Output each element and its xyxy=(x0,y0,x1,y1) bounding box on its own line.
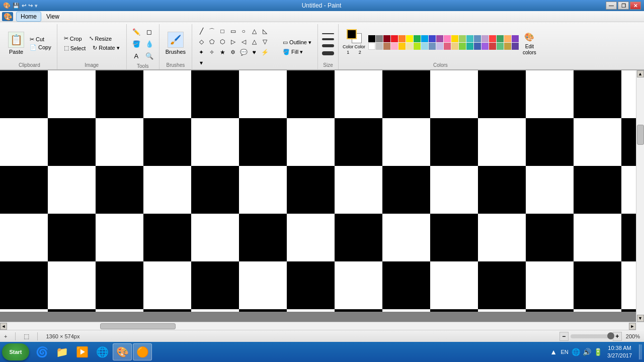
swatch-black[interactable] xyxy=(368,35,375,42)
swatch-lime[interactable] xyxy=(459,35,466,42)
swatch-light-blue[interactable] xyxy=(421,43,428,50)
maximize-button[interactable]: ❐ xyxy=(618,2,629,10)
scroll-right-button[interactable]: ► xyxy=(629,323,636,330)
add-tab-button[interactable]: + xyxy=(4,333,7,339)
swatch-pink[interactable] xyxy=(391,43,398,50)
scroll-down-button[interactable]: ▼ xyxy=(637,315,644,322)
shape-down-arrow[interactable]: ▽ xyxy=(260,37,270,47)
swatch-brown[interactable] xyxy=(383,43,390,50)
fill-button[interactable]: 🪣 Fill ▾ xyxy=(281,48,313,56)
size-line-3[interactable] xyxy=(322,44,334,47)
start-button[interactable]: Start xyxy=(2,343,29,360)
swatch-white[interactable] xyxy=(368,43,375,50)
size-line-2[interactable] xyxy=(322,38,334,40)
shape-up-arrow[interactable]: △ xyxy=(249,37,259,47)
swatch-lightgray[interactable] xyxy=(376,43,383,50)
shape-pentagon[interactable]: ⬠ xyxy=(207,37,217,47)
size-line-4[interactable] xyxy=(322,51,334,55)
swatch-r6[interactable] xyxy=(474,43,481,50)
shape-left-arrow[interactable]: ◁ xyxy=(238,37,249,47)
swatch-yellow-green[interactable] xyxy=(414,43,421,50)
shape-callout[interactable]: 💬 xyxy=(238,47,249,57)
zoom-thumb[interactable] xyxy=(607,332,614,339)
minimize-button[interactable]: — xyxy=(606,2,617,10)
resize-button[interactable]: ⤡ Resize xyxy=(87,34,115,43)
scroll-left-button[interactable]: ◄ xyxy=(0,323,7,330)
taskbar-app2-active[interactable]: 🟠 xyxy=(133,343,152,360)
tray-battery[interactable]: 🔋 xyxy=(593,347,602,356)
swatch-teal[interactable] xyxy=(497,35,504,42)
color-front[interactable] xyxy=(347,29,357,39)
shape-4arrow[interactable]: ✦ xyxy=(196,47,206,57)
brushes-button[interactable]: 🖌️ Brushes xyxy=(164,31,188,56)
swatch-purple[interactable] xyxy=(436,35,443,42)
shape-lightning[interactable]: ⚡ xyxy=(260,47,270,57)
shape-heart[interactable]: ♥ xyxy=(249,47,259,57)
color-picker-tool[interactable]: 💧 xyxy=(144,38,155,49)
swatch-r11[interactable] xyxy=(512,43,519,50)
shape-triangle[interactable]: △ xyxy=(249,26,259,36)
taskbar-media[interactable]: ▶️ xyxy=(72,343,92,360)
swatch-gold[interactable] xyxy=(451,35,458,42)
swatch-aqua[interactable] xyxy=(466,35,473,42)
main-canvas[interactable] xyxy=(0,70,636,312)
swatch-violet[interactable] xyxy=(512,35,519,42)
shape-star6[interactable]: ✡ xyxy=(228,47,238,57)
swatch-r5[interactable] xyxy=(466,43,473,50)
swatch-steel-blue[interactable] xyxy=(429,43,436,50)
shape-rect[interactable]: □ xyxy=(217,26,227,36)
size-line-1[interactable] xyxy=(322,33,334,34)
swatch-yellow[interactable] xyxy=(406,35,413,42)
swatch-gray[interactable] xyxy=(376,35,383,42)
swatch-orange[interactable] xyxy=(398,35,406,42)
select-button[interactable]: ⬚ Select xyxy=(61,44,89,52)
outline-button[interactable]: ▭ Outline ▾ xyxy=(281,39,313,46)
taskbar-chrome[interactable]: 🌐 xyxy=(93,343,112,360)
scroll-thumb-v[interactable] xyxy=(637,125,644,145)
swatch-cream[interactable] xyxy=(406,43,413,50)
shape-right-triangle[interactable]: ◺ xyxy=(260,26,270,36)
swatch-darkred[interactable] xyxy=(383,35,390,42)
shape-diamond[interactable]: ◇ xyxy=(196,37,206,47)
shape-right-arrow[interactable]: ▷ xyxy=(228,37,238,47)
close-button[interactable]: ✕ xyxy=(630,2,641,10)
cut-button[interactable]: ✂ Cut xyxy=(28,36,53,43)
quick-redo[interactable]: ↪ xyxy=(28,3,33,9)
zoom-slider[interactable] xyxy=(571,334,611,338)
right-scrollbar[interactable]: ▲ ▼ xyxy=(636,70,644,322)
tray-en[interactable]: EN xyxy=(560,347,569,356)
swatch-lavender[interactable] xyxy=(481,35,489,42)
taskbar-ie[interactable]: 🌀 xyxy=(32,343,51,360)
tray-show-desktop[interactable] xyxy=(639,344,642,359)
eraser-tool[interactable]: ◻ xyxy=(144,26,155,37)
shape-hexagon[interactable]: ⬡ xyxy=(217,37,227,47)
shape-ellipse[interactable]: ○ xyxy=(238,26,249,36)
scroll-thumb-h[interactable] xyxy=(100,323,176,329)
quick-save[interactable]: 💾 xyxy=(13,3,20,9)
bottom-scrollbar[interactable]: ◄ ► xyxy=(0,322,644,330)
taskbar-paint-active[interactable]: 🎨 xyxy=(113,343,132,360)
pencil-tool[interactable]: ✏️ xyxy=(131,26,142,37)
swatch-sky[interactable] xyxy=(474,35,481,42)
swatch-r7[interactable] xyxy=(481,43,489,50)
scroll-up-button[interactable]: ▲ xyxy=(637,70,644,77)
swatch-mauve[interactable] xyxy=(489,35,496,42)
menu-view[interactable]: View xyxy=(42,12,63,21)
shape-line[interactable]: ╱ xyxy=(196,26,206,36)
shape-rounded-rect[interactable]: ▭ xyxy=(228,26,238,36)
zoom-out-button[interactable]: − xyxy=(559,332,569,341)
menu-home[interactable]: Home xyxy=(16,12,41,22)
tray-arrow[interactable]: ▲ xyxy=(549,347,558,356)
edit-colors-button[interactable]: 🎨 Editcolors xyxy=(521,30,538,57)
swatch-amber[interactable] xyxy=(398,43,406,50)
swatch-green[interactable] xyxy=(414,35,421,42)
quick-undo[interactable]: ↩ xyxy=(22,3,26,9)
canvas-wrapper[interactable] xyxy=(0,70,636,322)
swatch-red[interactable] xyxy=(391,35,398,42)
tray-sound[interactable]: 🔊 xyxy=(582,347,591,356)
tray-network[interactable]: 🌐 xyxy=(571,347,580,356)
rotate-button[interactable]: ↻ Rotate ▾ xyxy=(90,44,122,52)
crop-button[interactable]: ✂ Crop xyxy=(61,34,85,43)
swatch-r3[interactable] xyxy=(451,43,458,50)
shape-more[interactable]: ▾ xyxy=(196,58,206,68)
